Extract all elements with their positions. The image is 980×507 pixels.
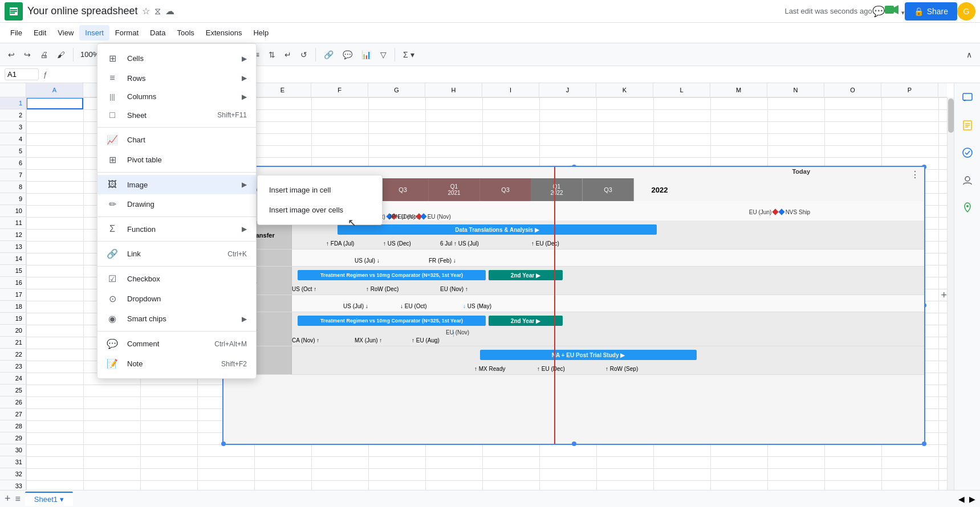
row-num-5[interactable]: 5 bbox=[0, 145, 26, 157]
star-icon[interactable]: ☆ bbox=[142, 6, 150, 17]
row-num-15[interactable]: 15 bbox=[0, 265, 26, 277]
row-num-6[interactable]: 6 bbox=[0, 157, 26, 169]
menu-edit[interactable]: Edit bbox=[28, 25, 52, 40]
row-num-27[interactable]: 27 bbox=[0, 408, 26, 420]
sheet1-tab[interactable]: Sheet1 ▾ bbox=[25, 492, 73, 506]
col-header-g[interactable]: G bbox=[368, 83, 425, 97]
row-num-28[interactable]: 28 bbox=[0, 420, 26, 432]
menu-item-comment[interactable]: 💬 Comment Ctrl+Alt+M bbox=[97, 334, 256, 354]
cell-reference[interactable] bbox=[5, 68, 39, 80]
menu-view[interactable]: View bbox=[52, 25, 79, 40]
menu-file[interactable]: File bbox=[5, 25, 28, 40]
function-button[interactable]: Σ ▾ bbox=[400, 48, 418, 62]
row-num-3[interactable]: 3 bbox=[0, 121, 26, 133]
chat-button[interactable]: 💬 bbox=[872, 5, 885, 18]
sidebar-tasks-icon[interactable] bbox=[957, 142, 978, 163]
menu-item-sheet[interactable]: □ Sheet Shift+F11 bbox=[97, 105, 256, 125]
menu-format[interactable]: Format bbox=[109, 25, 144, 40]
menu-item-chart[interactable]: 📈 Chart bbox=[97, 130, 256, 150]
undo-button[interactable]: ↩ bbox=[5, 48, 18, 62]
meet-button[interactable]: ▾ bbox=[885, 5, 905, 18]
sidebar-maps-icon[interactable] bbox=[957, 197, 978, 218]
redo-button[interactable]: ↪ bbox=[21, 48, 34, 62]
col-header-p[interactable]: P bbox=[881, 83, 938, 97]
handle-br[interactable] bbox=[922, 441, 926, 446]
sheets-menu-button[interactable]: ≡ bbox=[15, 494, 21, 504]
menu-item-note[interactable]: 📝 Note Shift+F2 bbox=[97, 354, 256, 374]
menu-item-smartchips[interactable]: ◉ Smart chips ▶ bbox=[97, 309, 256, 329]
insert-image-in-cell[interactable]: Insert image in cell bbox=[258, 180, 382, 200]
col-header-m[interactable]: M bbox=[710, 83, 767, 97]
filter-button[interactable]: ▽ bbox=[377, 48, 390, 62]
sidebar-contacts-icon[interactable] bbox=[957, 170, 978, 190]
row-num-19[interactable]: 19 bbox=[0, 313, 26, 325]
insert-image-over-cells[interactable]: Insert image over cells bbox=[258, 200, 382, 220]
col-header-h[interactable]: H bbox=[425, 83, 482, 97]
handle-bl[interactable] bbox=[221, 441, 226, 446]
menu-extensions[interactable]: Extensions bbox=[200, 25, 248, 40]
menu-item-link[interactable]: 🔗 Link Ctrl+K bbox=[97, 244, 256, 264]
row-num-7[interactable]: 7 bbox=[0, 169, 26, 181]
row-num-12[interactable]: 12 bbox=[0, 229, 26, 241]
row-num-1[interactable]: 1 bbox=[0, 97, 26, 109]
col-header-a[interactable]: A bbox=[26, 83, 83, 97]
menu-item-image[interactable]: 🖼 Image ▶ Insert image in cell Insert im… bbox=[97, 175, 256, 194]
row-num-23[interactable]: 23 bbox=[0, 361, 26, 373]
row-num-17[interactable]: 17 bbox=[0, 289, 26, 301]
row-num-8[interactable]: 8 bbox=[0, 181, 26, 193]
menu-item-checkbox[interactable]: ☑ Checkbox bbox=[97, 269, 256, 289]
history-icon[interactable]: ⧖ bbox=[154, 6, 161, 17]
sidebar-chat-icon[interactable] bbox=[957, 88, 978, 108]
row-num-10[interactable]: 10 bbox=[0, 205, 26, 217]
scrollbar-thumb-v[interactable] bbox=[948, 99, 954, 133]
col-header-n[interactable]: N bbox=[767, 83, 824, 97]
row-num-13[interactable]: 13 bbox=[0, 241, 26, 253]
scroll-right-button[interactable]: ▶ bbox=[969, 494, 975, 504]
menu-item-drawing[interactable]: ✏ Drawing bbox=[97, 194, 256, 214]
row-num-4[interactable]: 4 bbox=[0, 133, 26, 145]
row-num-30[interactable]: 30 bbox=[0, 444, 26, 456]
menu-help[interactable]: Help bbox=[247, 25, 274, 40]
chart-button[interactable]: 📊 bbox=[358, 48, 375, 62]
row-num-20[interactable]: 20 bbox=[0, 325, 26, 337]
menu-item-cells[interactable]: ⊞ Cells ▶ bbox=[97, 48, 256, 68]
paint-format-button[interactable]: 🖌 bbox=[54, 48, 68, 62]
row-num-11[interactable]: 11 bbox=[0, 217, 26, 229]
row-num-18[interactable]: 18 bbox=[0, 301, 26, 313]
link-button[interactable]: 🔗 bbox=[320, 48, 337, 62]
app-logo[interactable] bbox=[5, 2, 23, 21]
row-num-32[interactable]: 32 bbox=[0, 468, 26, 480]
comment-toolbar-button[interactable]: 💬 bbox=[339, 48, 356, 62]
row-num-14[interactable]: 14 bbox=[0, 253, 26, 265]
menu-item-function[interactable]: Σ Function ▶ bbox=[97, 219, 256, 239]
rotate-button[interactable]: ↺ bbox=[297, 48, 311, 62]
menu-insert[interactable]: Insert bbox=[79, 25, 109, 40]
col-header-i[interactable]: I bbox=[482, 83, 539, 97]
menu-item-pivot[interactable]: ⊞ Pivot table bbox=[97, 150, 256, 170]
col-header-k[interactable]: K bbox=[596, 83, 653, 97]
add-sheet-button[interactable]: + bbox=[5, 493, 11, 505]
collapse-button[interactable]: ∧ bbox=[963, 48, 975, 62]
col-header-j[interactable]: J bbox=[539, 83, 596, 97]
print-button[interactable]: 🖨 bbox=[36, 48, 51, 62]
row-num-21[interactable]: 21 bbox=[0, 337, 26, 349]
menu-data[interactable]: Data bbox=[144, 25, 171, 40]
share-button[interactable]: 🔒 Share bbox=[905, 2, 957, 21]
sidebar-notes-icon[interactable] bbox=[957, 115, 978, 136]
scroll-left-button[interactable]: ◀ bbox=[958, 494, 965, 504]
vertical-scrollbar[interactable] bbox=[947, 97, 954, 500]
row-num-22[interactable]: 22 bbox=[0, 349, 26, 361]
sheet-dropdown-icon[interactable]: ▾ bbox=[60, 495, 64, 504]
col-header-e[interactable]: E bbox=[254, 83, 311, 97]
row-num-25[interactable]: 25 bbox=[0, 385, 26, 396]
expand-button[interactable]: + bbox=[941, 289, 947, 301]
menu-tools[interactable]: Tools bbox=[171, 25, 200, 40]
handle-bottom[interactable] bbox=[572, 441, 576, 446]
row-num-2[interactable]: 2 bbox=[0, 109, 26, 121]
chart-menu-dots[interactable]: ⋮ bbox=[910, 169, 920, 180]
menu-item-dropdown[interactable]: ⊙ Dropdown bbox=[97, 289, 256, 309]
cloud-icon[interactable]: ☁ bbox=[165, 6, 174, 17]
menu-item-columns[interactable]: ||| Columns ▶ bbox=[97, 88, 256, 105]
col-header-l[interactable]: L bbox=[653, 83, 710, 97]
row-num-26[interactable]: 26 bbox=[0, 396, 26, 408]
